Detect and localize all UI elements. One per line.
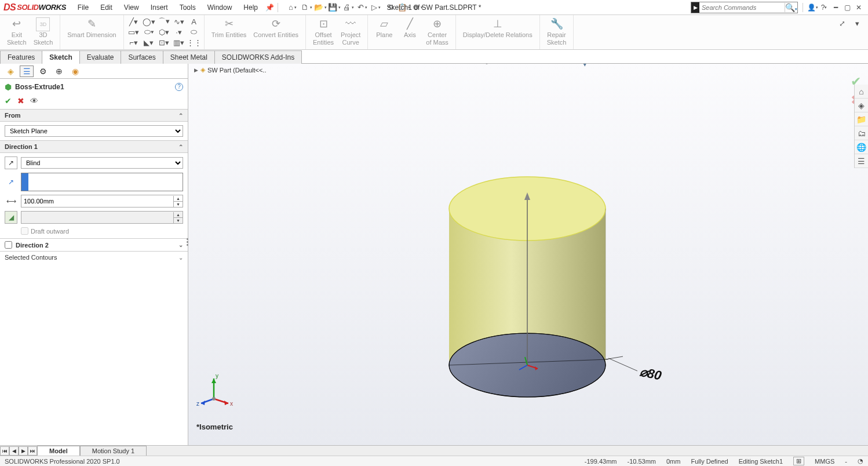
pm-tab-config[interactable]: ⚙: [36, 65, 50, 77]
tab-surfaces[interactable]: Surfaces: [121, 50, 163, 64]
depth-spinner[interactable]: ▲▼: [173, 196, 183, 207]
status-cog-icon[interactable]: ◔: [858, 457, 863, 465]
tab-prev-button[interactable]: ◀: [9, 446, 19, 456]
status-units[interactable]: MMGS: [815, 458, 834, 465]
direction-vector-input[interactable]: [21, 173, 183, 191]
pin-icon[interactable]: 📌: [264, 3, 275, 12]
minimize-button[interactable]: ━: [831, 3, 840, 12]
trim-entities-button[interactable]: ✂Trim Entities: [208, 16, 250, 40]
apply-scene-icon[interactable]: ◐▾: [598, 64, 610, 65]
offset-tool-icon[interactable]: ⊡▾: [158, 37, 170, 48]
pm-tab-dimxpert[interactable]: ⊕: [52, 65, 66, 77]
print-icon[interactable]: 🖨▾: [342, 2, 355, 13]
pm-preview-button[interactable]: 👁: [30, 96, 38, 105]
search-input[interactable]: [699, 4, 785, 11]
menu-tools[interactable]: Tools: [174, 1, 202, 14]
slot-icon[interactable]: ⬭▾: [143, 26, 155, 38]
menu-edit[interactable]: Edit: [94, 1, 118, 14]
end-condition-select[interactable]: Blind: [21, 157, 183, 169]
mirror-icon[interactable]: ▥▾: [173, 37, 185, 48]
taskpane-resources-icon[interactable]: ◈: [855, 99, 868, 112]
pattern-icon[interactable]: ⋮⋮: [188, 37, 200, 48]
repair-sketch-button[interactable]: 🔧Repair Sketch: [544, 16, 570, 48]
pm-ok-button[interactable]: ✔: [5, 96, 12, 105]
pm-direction1-header[interactable]: Direction 1⌃: [0, 140, 188, 153]
flyout-tree[interactable]: ▶ ◈ SW Part (Default<<..: [194, 66, 266, 74]
help-icon[interactable]: ?▾: [819, 3, 829, 12]
taskpane-appearances-icon[interactable]: ☰: [855, 154, 868, 168]
menu-window[interactable]: Window: [202, 1, 238, 14]
ribbon-expand-icon[interactable]: ⤢: [836, 17, 848, 29]
display-style-icon[interactable]: ▦▾: [553, 64, 564, 65]
tab-sheet-metal[interactable]: Sheet Metal: [163, 50, 215, 64]
poly-icon[interactable]: ⬡▾: [158, 26, 170, 38]
pm-help-icon[interactable]: ?: [175, 83, 183, 91]
misc-icon[interactable]: ◇: [658, 64, 670, 65]
pm-tab-feature-tree[interactable]: ◈: [3, 65, 17, 77]
pm-from-header[interactable]: From⌃: [0, 109, 188, 122]
axis-button[interactable]: ╱Axis: [397, 16, 422, 40]
spline-icon[interactable]: ∿▾: [173, 16, 185, 27]
offset-entities-button[interactable]: ⊡Offset Entities: [309, 16, 337, 48]
menu-view[interactable]: View: [118, 1, 145, 14]
point-icon[interactable]: ·▾: [173, 26, 185, 38]
taskpane-view-palette-icon[interactable]: 🌐: [855, 140, 868, 154]
center-mass-button[interactable]: ⊕Center of Mass: [422, 16, 452, 48]
taskpane-file-explorer-icon[interactable]: 🗂: [855, 126, 868, 140]
render-tools-icon[interactable]: ⚙▾: [628, 64, 640, 65]
tab-evaluate[interactable]: Evaluate: [79, 50, 122, 64]
new-icon[interactable]: 🗋▾: [300, 2, 313, 13]
tab-addins[interactable]: SOLIDWORKS Add-Ins: [214, 50, 302, 64]
maximize-button[interactable]: ▢: [843, 3, 852, 12]
home-icon[interactable]: ⌂▾: [286, 2, 299, 13]
reverse-direction-button[interactable]: ↗: [5, 156, 17, 169]
orientation-triad[interactable]: x y z: [196, 370, 237, 410]
pm-tab-property[interactable]: ☰: [20, 65, 34, 77]
draft-toggle-button[interactable]: ◢: [5, 211, 17, 224]
save-icon[interactable]: 💾▾: [328, 2, 341, 13]
display-relations-button[interactable]: ⊥Display/Delete Relations: [459, 16, 536, 40]
fillet-icon[interactable]: ⌐▾: [127, 37, 140, 48]
pm-contours-header[interactable]: Selected Contours⌄: [0, 251, 188, 263]
view-orientation-icon[interactable]: ◈▾: [538, 64, 549, 65]
tab-motion-study[interactable]: Motion Study 1: [80, 446, 147, 456]
plane-button[interactable]: ▱Plane: [371, 16, 397, 40]
3d-sketch-button[interactable]: 3D3D Sketch: [30, 16, 57, 48]
tab-features[interactable]: Features: [0, 50, 42, 64]
draft-outward-checkbox[interactable]: Draft outward: [5, 227, 183, 235]
menu-file[interactable]: File: [72, 1, 94, 14]
edit-appearance-icon[interactable]: 🎨▾: [583, 64, 595, 65]
circle-icon[interactable]: ◯▾: [143, 16, 155, 27]
close-button[interactable]: ✕: [854, 3, 863, 12]
zoom-area-icon[interactable]: ⊡: [493, 64, 504, 65]
search-icon[interactable]: 🔍▾: [785, 3, 797, 12]
from-select[interactable]: Sketch Plane: [5, 125, 183, 137]
line-icon[interactable]: ╱▾: [127, 16, 140, 27]
taskpane-design-library-icon[interactable]: 📁: [855, 112, 868, 126]
exit-sketch-button[interactable]: ↩Exit Sketch: [3, 16, 30, 48]
taskpane-home-icon[interactable]: ⌂: [855, 85, 868, 99]
smart-dimension-button[interactable]: ✎Smart Dimension: [64, 16, 119, 40]
ellipse-icon[interactable]: ⬭: [188, 26, 200, 38]
tab-sketch[interactable]: Sketch: [42, 50, 79, 64]
project-curve-button[interactable]: 〰Project Curve: [337, 16, 364, 48]
zoom-fit-icon[interactable]: 🔍: [477, 64, 489, 65]
hide-show-icon[interactable]: 👁▾: [568, 64, 579, 65]
user-icon[interactable]: 👤▾: [808, 3, 817, 12]
convert-entities-button[interactable]: ⟳Convert Entities: [250, 16, 302, 40]
arc-icon[interactable]: ⌒▾: [158, 16, 170, 27]
text-icon[interactable]: A: [188, 16, 200, 27]
rect-icon[interactable]: ▭▾: [127, 26, 140, 38]
pm-direction2-header[interactable]: Direction 2⌄: [0, 238, 188, 251]
tab-first-button[interactable]: ⏮: [0, 446, 9, 456]
graphics-area[interactable]: 🔍 ⊡ ⤺ ✂ ◈▾ ▦▾ 👁▾ 🎨▾ ◐▾ ▾ ⚙▾ 🖥▾ ◇ ⊟ ❐ ━ ✕…: [188, 64, 868, 445]
view-settings-icon[interactable]: ▾: [613, 64, 625, 65]
open-icon[interactable]: 📂▾: [314, 2, 327, 13]
ribbon-menu-icon[interactable]: ▾: [851, 17, 863, 29]
select-icon[interactable]: ▷▾: [370, 2, 382, 13]
menu-insert[interactable]: Insert: [145, 1, 174, 14]
depth-input[interactable]: [21, 198, 173, 205]
pm-tab-display[interactable]: ◉: [68, 65, 82, 77]
tab-last-button[interactable]: ⏭: [28, 446, 37, 456]
pm-cancel-button[interactable]: ✖: [17, 96, 24, 105]
